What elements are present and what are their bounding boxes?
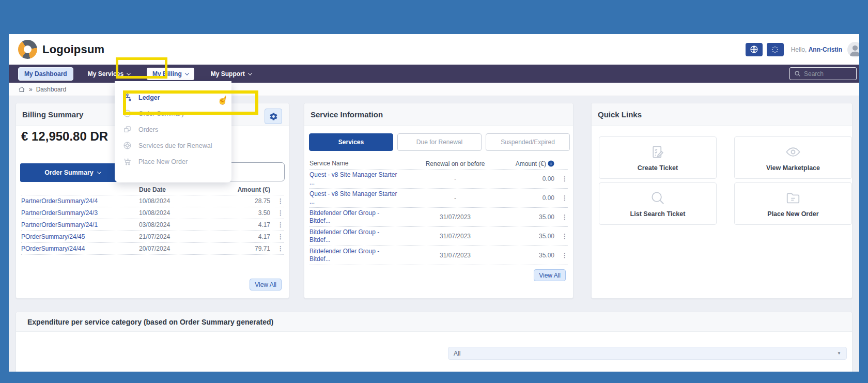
breadcrumb-separator: » <box>29 86 33 93</box>
service-information-header: Service Information <box>304 103 573 126</box>
billing-table: Due Date Amount (€) PartnerOrderSummary/… <box>21 184 284 255</box>
order-summary-link[interactable]: PartnerOrderSummary/24/1 <box>21 221 139 228</box>
nav-search <box>789 67 857 80</box>
kebab-menu-icon[interactable]: ⋮ <box>270 197 284 205</box>
lifebuoy-icon <box>123 141 132 150</box>
nav-item-my-support[interactable]: My Support <box>211 70 252 78</box>
order-summary-link[interactable]: POrderSummary/24/44 <box>21 245 139 252</box>
cart-plus-icon <box>123 157 132 166</box>
search-input[interactable] <box>804 70 850 78</box>
billing-view-all-button[interactable]: View All <box>250 279 282 290</box>
kebab-menu-icon[interactable]: ⋮ <box>270 221 284 228</box>
screenshot-root: { "header": { "logo_text": "Logoipsum", … <box>0 0 868 383</box>
tab-due-for-renewal[interactable]: Due for Renewal <box>397 133 482 151</box>
eye-icon <box>784 144 802 160</box>
billing-balance: € 12,950.80 DR <box>21 129 108 144</box>
service-tabs: Services Due for Renewal Suspended/Expir… <box>309 133 570 151</box>
table-row: PartnerOrderSummary/24/3 10/08/2024 3.50… <box>21 207 284 219</box>
user-name: Ann-Cristin <box>809 46 842 53</box>
menu-item-place-new-order[interactable]: Place New Order <box>115 154 231 170</box>
kebab-menu-icon[interactable]: ⋮ <box>554 252 568 259</box>
caret-down-icon: ▼ <box>837 351 841 356</box>
kebab-menu-icon[interactable]: ⋮ <box>270 209 284 217</box>
amount-column-header: Amount (€) <box>516 160 546 167</box>
chevron-down-icon <box>127 71 131 75</box>
service-table-header: Service Name Renewal on or before Amount… <box>309 158 568 170</box>
expenditure-title: Expenditure per service category (based … <box>27 318 273 326</box>
list-circle-icon <box>123 109 132 118</box>
header-actions: Hello, Ann-Cristin <box>746 34 859 65</box>
renewal-column-header: Renewal on or before <box>419 160 491 167</box>
nav-item-my-services[interactable]: My Services <box>88 70 130 78</box>
kebab-menu-icon[interactable]: ⋮ <box>270 233 284 240</box>
kebab-menu-icon[interactable]: ⋮ <box>554 194 568 202</box>
category-filter-value: All <box>454 350 460 357</box>
service-table: Service Name Renewal on or before Amount… <box>309 158 568 265</box>
table-row: Bitdefender Offer Group -Bitdef... 31/07… <box>309 208 568 227</box>
service-link[interactable]: Quest - v8 Site Manager Starter... <box>309 171 419 187</box>
eu-flag-button[interactable] <box>767 43 784 56</box>
category-filter-select[interactable]: All ▼ <box>448 347 847 360</box>
quick-links-header: Quick Links <box>592 103 852 126</box>
service-information-card: Service Information Services Due for Ren… <box>304 103 574 299</box>
folder-document-icon <box>785 190 801 206</box>
tab-suspended-expired[interactable]: Suspended/Expired <box>486 133 570 151</box>
billing-summary-title: Billing Summary <box>22 110 83 119</box>
quick-links-card: Quick Links Create Ticket View Marketpla… <box>591 103 853 299</box>
service-link[interactable]: Bitdefender Offer Group -Bitdef... <box>309 228 419 244</box>
main-nav: My Dashboard My Services My Billing My S… <box>9 65 859 83</box>
table-row: POrderSummary/24/45 21/07/2024 4.17 ⋮ <box>21 231 284 243</box>
app-header: Logoipsum Hello, Ann-Cristin <box>9 34 859 65</box>
breadcrumb-current: Dashboard <box>36 86 67 93</box>
ticket-checklist-icon <box>650 144 665 160</box>
menu-item-orders[interactable]: Orders <box>115 121 231 137</box>
tab-services[interactable]: Services <box>309 133 393 151</box>
expenditure-card: Expenditure per service category (based … <box>16 312 853 372</box>
eu-flag-icon <box>770 45 780 54</box>
kebab-menu-icon[interactable]: ⋮ <box>554 213 568 221</box>
hand-cursor-icon: ☝ <box>216 94 229 106</box>
kebab-menu-icon[interactable]: ⋮ <box>554 175 568 182</box>
menu-item-services-due-for-renewal[interactable]: Services due for Renewal <box>115 137 231 154</box>
billing-settings-button[interactable] <box>265 109 282 124</box>
amount-column-header: Amount (€) <box>230 186 270 193</box>
billing-table-header: Due Date Amount (€) <box>21 184 284 195</box>
boxes-icon <box>123 125 132 134</box>
nav-item-my-billing[interactable]: My Billing <box>147 68 194 80</box>
service-view-all-button[interactable]: View All <box>534 269 566 281</box>
order-summary-link[interactable]: POrderSummary/24/45 <box>21 233 139 240</box>
table-row: POrderSummary/24/44 20/07/2024 79.71 ⋮ <box>21 243 284 255</box>
logo: Logoipsum <box>18 40 104 59</box>
table-row: Quest - v8 Site Manager Starter... - 0.0… <box>309 170 568 189</box>
chevron-down-icon <box>185 71 189 75</box>
avatar[interactable] <box>847 42 859 57</box>
table-row: PartnerOrderSummary/24/1 03/08/2024 4.17… <box>21 219 284 231</box>
menu-item-ledger[interactable]: Ledger <box>115 89 231 105</box>
menu-item-order-summary[interactable]: Order Summary <box>115 105 231 121</box>
info-icon[interactable] <box>548 160 554 167</box>
logo-text: Logoipsum <box>42 43 104 56</box>
user-greeting: Hello, Ann-Cristin <box>791 46 842 53</box>
chevron-down-icon <box>97 170 101 174</box>
app-page: Logoipsum Hello, Ann-Cristin <box>9 34 859 372</box>
search-icon <box>794 70 801 77</box>
list-search-ticket-tile[interactable]: List Search Ticket <box>599 182 717 225</box>
service-name-column-header: Service Name <box>309 160 419 167</box>
language-globe-button[interactable] <box>746 43 763 56</box>
create-ticket-tile[interactable]: Create Ticket <box>599 136 717 179</box>
quick-links-title: Quick Links <box>598 110 642 119</box>
service-link[interactable]: Bitdefender Offer Group -Bitdef... <box>309 209 419 225</box>
expenditure-header: Expenditure per service category (based … <box>16 312 852 332</box>
order-summary-link[interactable]: PartnerOrderSummary/24/4 <box>21 197 139 205</box>
kebab-menu-icon[interactable]: ⋮ <box>270 245 284 252</box>
logo-icon <box>18 40 37 59</box>
view-marketplace-tile[interactable]: View Marketplace <box>734 136 852 179</box>
kebab-menu-icon[interactable]: ⋮ <box>554 233 568 240</box>
service-link[interactable]: Quest - v8 Site Manager Starter... <box>309 190 419 206</box>
service-link[interactable]: Bitdefender Offer Group -Bitdef... <box>309 248 419 263</box>
home-icon[interactable] <box>18 86 25 93</box>
nav-item-my-dashboard[interactable]: My Dashboard <box>18 67 73 81</box>
place-new-order-tile[interactable]: Place New Order <box>734 182 852 225</box>
order-summary-dropdown-button[interactable]: Order Summary <box>20 163 125 182</box>
order-summary-link[interactable]: PartnerOrderSummary/24/3 <box>21 209 139 217</box>
